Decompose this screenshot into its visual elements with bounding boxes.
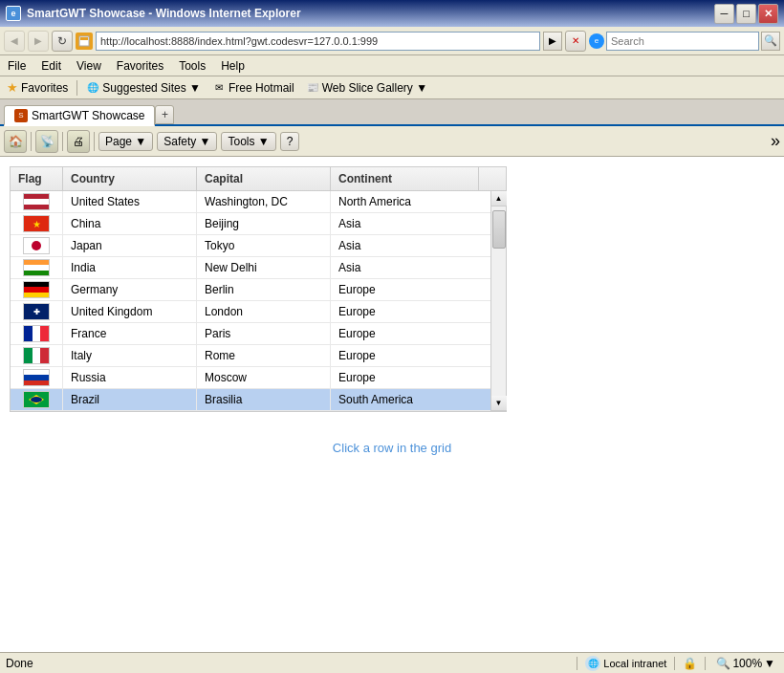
search-input[interactable]	[606, 32, 759, 51]
scroll-thumb[interactable]	[492, 210, 506, 249]
table-row[interactable]: United StatesWashington, DCNorth America	[11, 191, 506, 213]
zoom-level: 100%	[732, 657, 762, 670]
capital-cell: Tokyo	[197, 235, 331, 256]
refresh-button[interactable]: ↻	[52, 31, 73, 52]
zoom-button[interactable]: 🔍 100% ▼	[713, 656, 778, 671]
table-row[interactable]: ✚United KingdomLondonEurope	[11, 301, 506, 323]
main-tab[interactable]: S SmartGWT Showcase	[4, 105, 155, 126]
free-hotmail-label: Free Hotmail	[229, 81, 294, 95]
capital-cell: London	[197, 301, 331, 322]
forward-button[interactable]: ▶	[28, 31, 49, 52]
help-label: ?	[287, 135, 294, 148]
page-icon	[76, 33, 93, 50]
capital-cell: Paris	[197, 323, 331, 344]
table-row[interactable]: RussiaMoscowEurope	[11, 367, 506, 389]
continent-cell: Europe	[331, 345, 479, 366]
flag-cell: ★	[11, 213, 63, 234]
maximize-button[interactable]: □	[736, 4, 756, 24]
table-row[interactable]: FranceParisEurope	[11, 323, 506, 345]
menu-help[interactable]: Help	[217, 58, 249, 74]
menu-file[interactable]: File	[4, 58, 30, 74]
grid-header: Flag Country Capital Continent	[11, 167, 506, 191]
toolbar-separator-2	[62, 132, 63, 151]
col-header-continent: Continent	[331, 167, 479, 190]
close-button[interactable]: ✕	[758, 4, 778, 24]
col-header-capital: Capital	[197, 167, 331, 190]
help-button[interactable]: ?	[280, 132, 300, 151]
table-row[interactable]: BrazilBrasiliaSouth America	[11, 389, 506, 411]
suggested-sites-icon: 🌐	[86, 81, 99, 95]
status-text: Done	[6, 657, 569, 670]
country-cell: Brazil	[63, 389, 197, 410]
table-row[interactable]: JapanTokyoAsia	[11, 235, 506, 257]
grid-body: United StatesWashington, DCNorth America…	[11, 191, 506, 411]
country-cell: Germany	[63, 279, 197, 300]
table-row[interactable]: ItalyRomeEurope	[11, 345, 506, 367]
refresh-page-button[interactable]: ✕	[565, 31, 586, 52]
country-cell: Russia	[63, 367, 197, 388]
hotmail-icon: ✉	[212, 81, 226, 95]
content-area: Flag Country Capital Continent United St…	[0, 157, 784, 652]
table-row[interactable]: GermanyBerlinEurope	[11, 279, 506, 301]
country-cell: China	[63, 213, 197, 234]
tools-button[interactable]: Tools ▼	[221, 132, 275, 151]
table-row[interactable]: IndiaNew DelhiAsia	[11, 257, 506, 279]
new-tab-button[interactable]: +	[155, 105, 174, 124]
flag-cell	[11, 235, 63, 256]
continent-cell: Asia	[331, 257, 479, 278]
zone-indicator: 🌐 Local intranet	[585, 656, 666, 671]
menu-favorites[interactable]: Favorites	[113, 58, 167, 74]
toolbar-separator-1	[31, 132, 32, 151]
menu-view[interactable]: View	[73, 58, 105, 74]
rss-icon[interactable]: 📡	[35, 130, 58, 153]
security-indicator: 🔒	[683, 657, 697, 670]
title-bar-buttons: ─ □ ✕	[714, 4, 778, 24]
go-button[interactable]: ▶	[543, 32, 562, 51]
back-button[interactable]: ◀	[4, 31, 25, 52]
flag-cell	[11, 191, 63, 212]
menu-bar: File Edit View Favorites Tools Help	[0, 55, 784, 76]
capital-cell: Berlin	[197, 279, 331, 300]
flag-cell	[11, 367, 63, 388]
flag-cell	[11, 345, 63, 366]
svg-rect-1	[80, 37, 88, 40]
page-button[interactable]: Page ▼	[98, 132, 153, 151]
scroll-down-button[interactable]: ▼	[491, 396, 507, 411]
search-go-button[interactable]: 🔍	[761, 32, 780, 51]
address-input[interactable]	[96, 32, 540, 51]
table-row[interactable]: ★ChinaBeijingAsia	[11, 213, 506, 235]
minimize-button[interactable]: ─	[714, 4, 734, 24]
capital-cell: Washington, DC	[197, 191, 331, 212]
home-icon[interactable]: 🏠	[4, 130, 27, 153]
print-icon[interactable]: 🖨	[67, 130, 90, 153]
tools-label: Tools ▼	[228, 135, 269, 148]
free-hotmail-item[interactable]: ✉ Free Hotmail	[209, 80, 297, 96]
header-scroll-spacer	[479, 167, 494, 190]
continent-cell: Asia	[331, 213, 479, 234]
scroll-up-button[interactable]: ▲	[491, 191, 507, 206]
flag-cell: ✚	[11, 301, 63, 322]
country-cell: United States	[63, 191, 197, 212]
web-slice-icon: 📰	[306, 81, 319, 95]
grid-scrollbar[interactable]: ▲ ▼	[490, 191, 506, 411]
continent-cell: Europe	[331, 301, 479, 322]
tab-label: SmartGWT Showcase	[32, 109, 144, 122]
tab-favicon: S	[14, 109, 28, 122]
zone-icon: 🌐	[585, 656, 600, 671]
toolbar-row: 🏠 📡 🖨 Page ▼ Safety ▼ Tools ▼ ? »	[0, 126, 784, 157]
menu-tools[interactable]: Tools	[175, 58, 209, 74]
favorites-separator	[76, 80, 77, 96]
continent-cell: Europe	[331, 279, 479, 300]
web-slice-gallery-item[interactable]: 📰 Web Slice Gallery ▼	[303, 80, 430, 96]
favorites-button[interactable]: ★ Favorites	[4, 79, 71, 96]
extend-toolbar-button[interactable]: »	[771, 131, 780, 151]
suggested-sites-item[interactable]: 🌐 Suggested Sites ▼	[83, 80, 204, 96]
zone-text: Local intranet	[603, 658, 666, 669]
safety-button[interactable]: Safety ▼	[157, 132, 217, 151]
menu-edit[interactable]: Edit	[37, 58, 65, 74]
country-cell: Japan	[63, 235, 197, 256]
capital-cell: Rome	[197, 345, 331, 366]
suggested-sites-label: Suggested Sites ▼	[102, 81, 201, 95]
scroll-track	[491, 206, 507, 396]
continent-cell: North America	[331, 191, 479, 212]
